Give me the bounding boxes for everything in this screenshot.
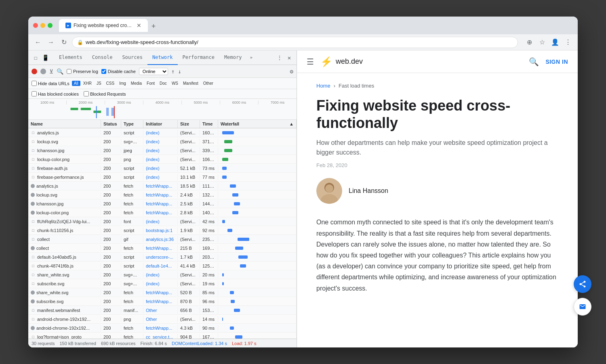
breadcrumb-home[interactable]: Home <box>316 83 330 89</box>
table-row[interactable]: android-chrome-192x192... 200 fetch fetc… <box>28 324 297 333</box>
new-tab-button[interactable]: + <box>148 21 159 32</box>
record-button[interactable] <box>32 69 37 74</box>
device-icon[interactable]: 📱 <box>41 54 49 62</box>
table-row[interactable]: □default-1e40abd5.js 200 script undersco… <box>28 253 297 261</box>
col-type[interactable]: Type <box>121 120 143 128</box>
table-row[interactable]: □firebase-auth.js 200 script (index) 52.… <box>28 164 297 173</box>
forward-button[interactable]: → <box>46 38 56 47</box>
filter-other[interactable]: Other <box>201 81 215 86</box>
filter-manifest[interactable]: Manifest <box>181 81 200 86</box>
devtools-menu-icon[interactable]: ⋮ <box>276 54 284 62</box>
cell-status: 200 <box>101 218 121 225</box>
table-row[interactable]: □collect 200 gif analytics.js:36 (Servi.… <box>28 235 297 244</box>
cell-initiator: fetchWrapp... <box>143 289 178 296</box>
col-status[interactable]: Status <box>101 120 121 128</box>
table-row[interactable]: lockup-color.png 200 fetch fetchWrapp...… <box>28 208 297 217</box>
table-row[interactable]: share_white.svg 200 fetch fetchWrapp... … <box>28 288 297 297</box>
settings-icon[interactable]: ⚙ <box>290 68 293 75</box>
site-search-icon[interactable]: 🔍 <box>529 57 539 67</box>
disable-cache-label[interactable]: Disable cache <box>101 69 136 74</box>
tab-sources[interactable]: Sources <box>117 50 147 65</box>
col-waterfall[interactable]: Waterfall ▲ <box>218 120 297 128</box>
close-button[interactable] <box>33 23 38 28</box>
filter-xhr[interactable]: XHR <box>81 81 94 86</box>
col-size[interactable]: Size <box>178 120 200 128</box>
blocked-requests-label[interactable]: Blocked Requests <box>84 91 126 96</box>
table-row[interactable]: □log?format=json_proto 200 fetch cc_serv… <box>28 333 297 339</box>
menu-icon[interactable]: ⋮ <box>563 38 573 47</box>
preserve-log-checkbox[interactable] <box>67 69 72 74</box>
filter-all[interactable]: All <box>72 81 80 86</box>
table-row[interactable]: □android-chrome-192x192... 200 png Other… <box>28 315 297 324</box>
filter-font[interactable]: Font <box>145 81 157 86</box>
table-row[interactable]: □manifest.webmanifest 200 manif... Other… <box>28 306 297 315</box>
table-row[interactable]: □flUhRq6tzZclQEJ-Vdg-lui... 200 font (in… <box>28 217 297 226</box>
address-input[interactable]: 🔒 web.dev/fixing-website-speed-cross-fun… <box>72 37 518 48</box>
tab-memory[interactable]: Memory <box>219 50 246 65</box>
back-button[interactable]: ← <box>33 38 43 47</box>
preserve-log-label[interactable]: Preserve log <box>67 69 98 74</box>
tab-close-button[interactable]: ✕ <box>137 23 141 28</box>
blocked-requests-checkbox[interactable] <box>84 91 89 96</box>
table-row[interactable]: lchansson.jpg 200 fetch fetchWrapp... 2.… <box>28 199 297 208</box>
table-row[interactable]: □firebase-performance.js 200 script (ind… <box>28 173 297 182</box>
fetch-circle-icon <box>31 184 35 188</box>
col-time[interactable]: Time <box>200 120 218 128</box>
bookmark-icon[interactable]: ☆ <box>537 38 547 47</box>
has-blocked-cookies-checkbox[interactable] <box>32 91 37 96</box>
minimize-button[interactable] <box>40 23 45 28</box>
file-icon: □ <box>31 272 36 277</box>
inspect-icon[interactable]: ☐ <box>32 54 40 62</box>
devtools-close-icon[interactable]: ✕ <box>285 54 293 62</box>
table-row[interactable]: □lchansson.jpg 200 jpeg (index) (Servi..… <box>28 146 297 155</box>
more-tabs-button[interactable]: » <box>246 55 256 60</box>
browser-tab[interactable]: ► Fixing website speed cross-fu... ✕ <box>59 19 148 32</box>
hide-data-urls-label[interactable]: Hide data URLs <box>32 81 69 86</box>
tab-network[interactable]: Network <box>147 50 178 65</box>
col-initiator[interactable]: Initiator <box>143 120 178 128</box>
table-row[interactable]: analytics.js 200 fetch fetchWrapp... 18.… <box>28 182 297 190</box>
table-row[interactable]: □analytics.js 200 script (index) (Servi.… <box>28 128 297 137</box>
table-row[interactable]: □chunk-48741f6b.js 200 script default-1e… <box>28 261 297 270</box>
fetch-circle-icon <box>31 326 35 330</box>
table-row[interactable]: subscribe.svg 200 fetch fetchWrapp... 87… <box>28 297 297 306</box>
hamburger-icon[interactable]: ☰ <box>307 57 314 67</box>
col-name[interactable]: Name <box>28 120 101 128</box>
table-row[interactable]: collect 200 fetch fetchWrapp... 215 B 16… <box>28 244 297 253</box>
table-row[interactable]: □subscribe.svg 200 svg+... (index) (Serv… <box>28 279 297 288</box>
breadcrumb-current: Fast load times <box>339 83 374 89</box>
maximize-button[interactable] <box>48 23 53 28</box>
tab-performance[interactable]: Performance <box>178 50 219 65</box>
table-row[interactable]: □lockup.svg 200 svg+... (index) (Servi..… <box>28 137 297 146</box>
cell-waterfall <box>218 146 297 155</box>
account-icon[interactable]: 👤 <box>550 38 560 47</box>
share-fab[interactable] <box>574 275 578 293</box>
filter-doc[interactable]: Doc <box>158 81 169 86</box>
svg-rect-0 <box>70 108 78 110</box>
filter-img[interactable]: Img <box>117 81 128 86</box>
clear-button[interactable] <box>40 69 46 74</box>
sign-in-button[interactable]: SIGN IN <box>545 59 568 65</box>
download-icon[interactable]: ↓ <box>178 68 181 75</box>
table-row[interactable]: lockup.svg 200 fetch fetchWrapp... 2.4 k… <box>28 190 297 199</box>
throttle-select[interactable]: Online Fast 3G Slow 3G Offline <box>139 68 168 75</box>
email-fab[interactable] <box>574 298 578 316</box>
filter-icon[interactable]: ⊻ <box>49 68 53 75</box>
cell-status: 200 <box>101 201 121 207</box>
upload-icon[interactable]: ↑ <box>171 68 175 75</box>
cast-icon[interactable]: ⊕ <box>524 38 534 47</box>
tab-elements[interactable]: Elements <box>54 50 87 65</box>
filter-media[interactable]: Media <box>129 81 144 86</box>
table-row[interactable]: □lockup-color.png 200 png (index) (Servi… <box>28 155 297 164</box>
disable-cache-checkbox[interactable] <box>101 69 106 74</box>
has-blocked-cookies-label[interactable]: Has blocked cookies <box>32 91 79 96</box>
filter-css[interactable]: CSS <box>104 81 117 86</box>
hide-data-urls-checkbox[interactable] <box>32 81 37 86</box>
reload-button[interactable]: ↻ <box>59 38 69 47</box>
search-icon[interactable]: 🔍 <box>57 68 63 75</box>
filter-ws[interactable]: WS <box>170 81 180 86</box>
table-row[interactable]: □share_white.svg 200 svg+... (index) (Se… <box>28 270 297 279</box>
tab-console[interactable]: Console <box>87 50 118 65</box>
filter-js[interactable]: JS <box>95 81 103 86</box>
table-row[interactable]: □chunk-fc110256.js 200 script bootstrap.… <box>28 226 297 235</box>
